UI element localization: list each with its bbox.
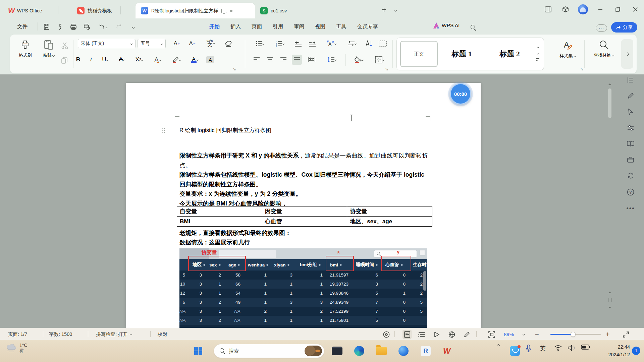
- vertical-scrollbar[interactable]: [607, 78, 612, 84]
- paragraph-group-expand-icon[interactable]: ↘: [385, 67, 388, 71]
- save-button[interactable]: [42, 22, 51, 31]
- web-view-button[interactable]: [447, 330, 456, 339]
- taskbar-clock[interactable]: 22:44 2024/1/12: [598, 343, 630, 359]
- tab-active-document[interactable]: W R绘制logistic回归限制性立方样: [136, 3, 255, 18]
- paragraph-shading-button[interactable]: [351, 55, 366, 65]
- tray-microphone[interactable]: [525, 345, 532, 353]
- volume-indicator[interactable]: [568, 345, 576, 351]
- highlight-color-button[interactable]: [168, 55, 184, 65]
- eye-protect-button[interactable]: [382, 330, 391, 339]
- fullscreen-button[interactable]: [621, 330, 630, 339]
- superscript-button[interactable]: X2: [131, 55, 147, 65]
- sync-icon[interactable]: [627, 172, 634, 179]
- input-method-indicator[interactable]: 英: [540, 345, 546, 352]
- read-mode-icon[interactable]: [627, 141, 634, 147]
- ink-mode-button[interactable]: [462, 330, 471, 339]
- browser-app-icon[interactable]: [397, 345, 410, 357]
- paste-button[interactable]: 粘贴: [39, 39, 58, 58]
- export-button[interactable]: [56, 22, 64, 31]
- annotate-pen-icon[interactable]: [627, 93, 634, 99]
- find-replace-button[interactable]: 查找替换: [588, 39, 620, 58]
- increase-indent-button[interactable]: [307, 39, 317, 49]
- strikethrough-button[interactable]: A: [115, 55, 129, 65]
- print-preview-button[interactable]: [83, 22, 91, 31]
- menu-tab-会员专享[interactable]: 会员专享: [352, 23, 383, 30]
- underline-button[interactable]: U: [98, 55, 112, 65]
- weather-widget[interactable]: 1°C雾: [5, 343, 28, 353]
- italic-button[interactable]: I: [86, 55, 96, 65]
- wps-ai-button[interactable]: WPS AI: [433, 22, 460, 28]
- distribute-button[interactable]: [307, 55, 317, 65]
- page-view-button[interactable]: [402, 330, 412, 339]
- tab-csv[interactable]: S cc1.csv: [255, 3, 375, 18]
- task-view-app-icon[interactable]: [331, 345, 343, 357]
- minimize-button[interactable]: [592, 0, 609, 18]
- gallery-down-icon[interactable]: [536, 52, 539, 55]
- timer-widget[interactable]: 00:00: [450, 83, 471, 105]
- sort-arrows-icon[interactable]: [266, 263, 268, 267]
- adjust-sliders-icon[interactable]: [627, 125, 634, 131]
- find-group-expand-icon[interactable]: ↘: [580, 67, 584, 71]
- text-direction-button[interactable]: A: [323, 39, 339, 49]
- sort-arrows-icon[interactable]: [319, 263, 321, 267]
- column-header-睡眠时间[interactable]: 睡眠时间: [353, 259, 382, 270]
- font-size-select[interactable]: 五号: [138, 39, 166, 48]
- gallery-more-icon[interactable]: [536, 58, 539, 61]
- zoom-select-button[interactable]: [519, 330, 528, 339]
- column-header-bmi分组[interactable]: bmi分组: [297, 259, 327, 270]
- decrease-font-button[interactable]: A−: [187, 39, 197, 49]
- menu-tab-视图[interactable]: 视图: [310, 23, 331, 30]
- share-button[interactable]: 分享: [611, 22, 637, 33]
- account-avatar[interactable]: [574, 0, 592, 18]
- format-painter-button[interactable]: 格式刷: [14, 39, 36, 58]
- menu-tab-开始[interactable]: 开始: [204, 23, 225, 30]
- menu-tab-工具[interactable]: 工具: [331, 23, 352, 30]
- font-name-select[interactable]: 宋体 (正文): [78, 39, 136, 48]
- help-icon[interactable]: ?: [627, 188, 634, 196]
- menu-tab-引用[interactable]: 引用: [267, 23, 288, 30]
- outline-view-button[interactable]: [417, 330, 426, 339]
- style-heading2[interactable]: 标题 2: [486, 49, 534, 59]
- wifi-indicator[interactable]: [554, 345, 562, 351]
- copy-button[interactable]: [60, 55, 70, 65]
- text-effects-button[interactable]: A: [150, 55, 165, 65]
- close-button[interactable]: [627, 0, 644, 18]
- bullet-list-button[interactable]: [252, 39, 267, 49]
- side-panel-toggle-button[interactable]: [539, 0, 557, 18]
- paragraph-drag-handle[interactable]: [162, 128, 165, 133]
- wps-app-icon[interactable]: W: [440, 345, 453, 357]
- increase-font-button[interactable]: A+: [172, 39, 182, 49]
- proofread-button[interactable]: 校对: [158, 328, 167, 340]
- menu-tab-页面[interactable]: 页面: [246, 23, 267, 30]
- tab-wps-home[interactable]: W WPS Office: [3, 3, 58, 18]
- search-highlight-image[interactable]: [305, 346, 322, 356]
- previous-page-icon[interactable]: [608, 292, 611, 293]
- new-tab-button[interactable]: [379, 5, 389, 15]
- column-header-生存时间[interactable]: 生存时间: [410, 259, 427, 270]
- menu-tab-插入[interactable]: 插入: [225, 23, 246, 30]
- line-spacing-button[interactable]: [324, 55, 339, 65]
- zoom-in-button[interactable]: +: [606, 328, 610, 340]
- quick-access-more-button[interactable]: [129, 22, 138, 31]
- sort-arrows-icon[interactable]: [376, 263, 378, 267]
- justify-button[interactable]: [292, 55, 302, 65]
- menu-tab-审阅[interactable]: 审阅: [288, 23, 310, 30]
- page-select-icon[interactable]: [608, 298, 611, 302]
- bold-button[interactable]: B: [73, 55, 83, 65]
- more-tools-icon[interactable]: •••: [627, 205, 635, 212]
- decrease-indent-button[interactable]: [293, 39, 303, 49]
- scroll-up-icon[interactable]: [608, 78, 611, 85]
- cut-button[interactable]: [60, 41, 70, 51]
- redo-button[interactable]: [115, 22, 123, 31]
- show-marks-button[interactable]: [378, 39, 388, 49]
- tray-im-app[interactable]: [510, 346, 520, 356]
- tab-list-button[interactable]: [390, 5, 400, 15]
- undo-button[interactable]: [97, 22, 109, 31]
- font-group-expand-icon[interactable]: ↘: [233, 67, 236, 71]
- zoom-out-button[interactable]: −: [535, 328, 539, 340]
- zoom-slider[interactable]: [550, 334, 601, 335]
- notification-badge[interactable]: 1: [632, 347, 640, 355]
- sort-arrows-icon[interactable]: [287, 263, 289, 267]
- style-normal[interactable]: 正文: [400, 41, 438, 67]
- zoom-slider-thumb[interactable]: [571, 332, 576, 337]
